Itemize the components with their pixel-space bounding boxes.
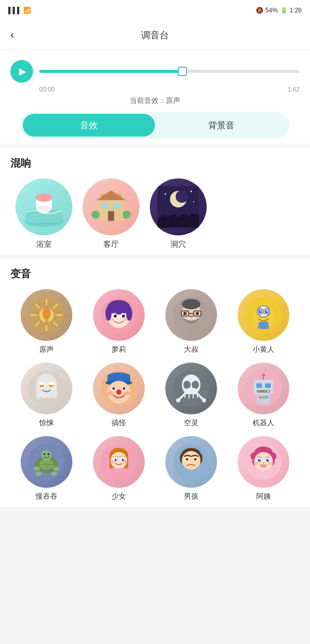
tab-background-sound[interactable]: 背景音 [155, 114, 287, 137]
tab-switcher: 音效 背景音 [21, 112, 289, 139]
voice-label-uncle: 大叔 [184, 345, 198, 354]
svg-rect-86 [190, 394, 193, 398]
svg-point-163 [266, 459, 269, 462]
svg-point-89 [192, 381, 199, 389]
svg-point-43 [182, 299, 200, 309]
voice-item-ghost[interactable]: 惊悚 [12, 363, 81, 428]
voice-label-aunt: 阿姨 [256, 492, 271, 501]
mix-item-cave[interactable]: 洞穴 [150, 178, 207, 249]
svg-point-108 [259, 396, 262, 399]
voice-label-original: 原声 [39, 345, 54, 354]
svg-point-95 [192, 388, 196, 392]
svg-point-75 [116, 390, 121, 395]
voice-label-slow: 慢吞吞 [36, 492, 57, 501]
current-effect-text: 当前音效：原声 [10, 96, 300, 106]
svg-point-94 [187, 388, 191, 392]
svg-point-124 [51, 472, 57, 476]
svg-rect-100 [256, 383, 262, 388]
voice-circle-ghost [21, 363, 72, 414]
alarm-icon: 🔕 [256, 7, 264, 14]
battery-icon: 🔋 [280, 7, 288, 14]
wifi-icon: 📶 [23, 7, 31, 14]
voice-circle-uncle [165, 289, 217, 341]
voice-item-minion[interactable]: 小黄人 [229, 289, 298, 354]
voice-label-minion: 小黄人 [253, 345, 274, 354]
svg-point-58 [267, 310, 268, 312]
voice-item-clown[interactable]: 搞怪 [85, 363, 153, 428]
svg-point-143 [123, 460, 128, 463]
voice-item-molly[interactable]: 萝莉 [85, 289, 153, 354]
svg-point-28 [42, 307, 51, 320]
mix-label-cave: 洞穴 [171, 239, 186, 249]
svg-point-129 [111, 452, 127, 469]
mix-label-bath: 浴室 [36, 239, 52, 249]
voice-circle-molly [93, 289, 145, 341]
svg-point-88 [183, 381, 191, 389]
svg-point-132 [115, 459, 117, 461]
svg-rect-29 [45, 320, 48, 325]
voice-section-title: 变音 [10, 267, 300, 281]
back-button[interactable]: ‹ [10, 28, 14, 42]
voice-item-uncle[interactable]: 大叔 [157, 289, 225, 354]
svg-point-166 [262, 462, 265, 464]
svg-rect-105 [264, 391, 266, 392]
play-button[interactable]: ▶ [10, 60, 33, 83]
svg-point-3 [36, 193, 52, 202]
mix-item-living[interactable]: 客厅 [83, 178, 140, 249]
mix-section: 混响 [0, 148, 310, 254]
svg-rect-103 [258, 391, 260, 392]
svg-rect-7 [102, 203, 108, 209]
svg-point-123 [36, 472, 42, 476]
voice-grid: 原声 [10, 289, 300, 501]
voice-circle-clown [93, 363, 145, 414]
voice-item-girl[interactable]: 少女 [85, 436, 153, 501]
time-start: 00:00 [39, 86, 55, 93]
time-end: 1:62 [288, 86, 300, 93]
status-right: 🔕 54% 🔋 1:26 [256, 7, 302, 14]
status-bar: ▌▌▌ 📶 🔕 54% 🔋 1:26 [0, 0, 310, 21]
voice-circle-spirit [165, 363, 217, 414]
svg-point-164 [259, 459, 260, 460]
svg-point-15 [165, 193, 166, 195]
svg-point-11 [122, 211, 131, 219]
voice-circle-minion [238, 289, 289, 341]
voice-item-robot[interactable]: 机器人 [229, 363, 298, 428]
voice-circle-girl [93, 436, 145, 488]
svg-point-151 [186, 458, 189, 461]
voice-circle-slow [21, 436, 72, 488]
voice-item-aunt[interactable]: 阿姨 [229, 436, 298, 501]
svg-point-14 [176, 190, 188, 203]
tab-audio-effects[interactable]: 音效 [23, 114, 155, 137]
divider-1 [0, 144, 310, 148]
page-title: 调音台 [141, 29, 169, 41]
svg-point-142 [110, 460, 115, 463]
svg-point-168 [268, 462, 274, 466]
mix-item-bath[interactable]: 浴室 [16, 178, 72, 249]
status-left: ▌▌▌ 📶 [8, 7, 31, 14]
svg-point-57 [260, 310, 262, 312]
voice-section: 变音 [0, 259, 310, 506]
voice-circle-robot [238, 363, 289, 414]
svg-point-167 [253, 462, 259, 466]
progress-fill [39, 70, 182, 73]
main-content: ▶ 00:00 1:62 当前音效：原声 音效 背景音 混响 [0, 50, 310, 506]
svg-point-92 [176, 398, 180, 402]
mix-label-living: 客厅 [103, 239, 119, 249]
svg-point-78 [113, 387, 115, 390]
mix-section-title: 混响 [10, 156, 300, 170]
player-section: ▶ 00:00 1:62 当前音效：原声 音效 背景音 [0, 50, 310, 144]
voice-item-boy[interactable]: 男孩 [157, 436, 225, 501]
divider-2 [0, 254, 310, 259]
svg-rect-59 [260, 322, 267, 329]
svg-rect-101 [265, 383, 271, 388]
progress-bar[interactable] [39, 70, 300, 73]
voice-label-spirit: 空灵 [184, 418, 198, 428]
voice-label-clown: 搞怪 [112, 418, 126, 428]
voice-item-spirit[interactable]: 空灵 [157, 363, 225, 428]
voice-item-slow[interactable]: 慢吞吞 [12, 436, 81, 501]
voice-item-original[interactable]: 原声 [12, 289, 81, 354]
signal-icon: ▌▌▌ [8, 7, 22, 14]
battery-text: 54% [266, 7, 278, 14]
svg-point-80 [107, 392, 114, 395]
svg-point-109 [262, 396, 265, 399]
